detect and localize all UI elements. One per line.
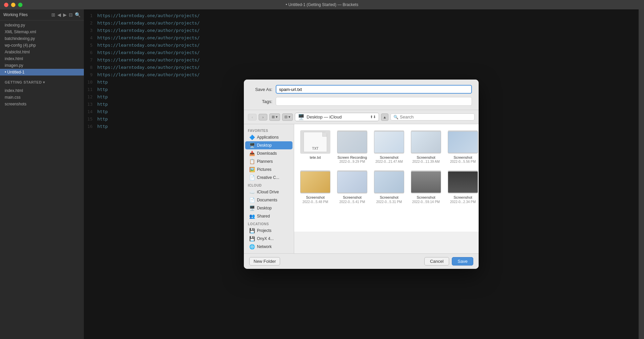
app-body: Working Files ⊞ ◀ ▶ ⊟ 🔍 indexing.py XML …: [0, 9, 644, 339]
locations-label: Locations: [244, 220, 294, 227]
dialog-toolbar: ‹ › ⊞ ▾ ⊟ ▾ 🖥️ Desktop — iCloud ⬆⬇: [244, 110, 479, 124]
working-files-label: Working Files: [3, 12, 49, 17]
file-thumb-screenshot-1[interactable]: Screenshot 2022-0...21.47 AM: [372, 128, 406, 165]
file-thumb-img: [374, 130, 404, 154]
file-thumb-date: 2022-0...59.14 PM: [412, 200, 440, 204]
file-item[interactable]: XML Sitemap.xml: [0, 29, 84, 35]
shared-label: Shared: [257, 214, 270, 219]
new-folder-button[interactable]: New Folder: [249, 257, 280, 265]
file-item[interactable]: main.css: [0, 94, 84, 101]
file-thumb-screenshot-7[interactable]: Screenshot 2022-0...59.14 PM: [409, 168, 443, 205]
file-thumb-img: [337, 130, 367, 154]
file-thumb-screenshot-4[interactable]: Screenshot 2022-0...5.48 PM: [298, 168, 332, 205]
arrangement-chevron: ▾: [288, 115, 290, 119]
file-item[interactable]: imagen.py: [0, 62, 84, 69]
panel-icon-forward[interactable]: ▶: [63, 12, 67, 17]
file-item[interactable]: wp-config (4).php: [0, 42, 84, 49]
file-thumb-tete[interactable]: TXT tete.txt: [298, 128, 332, 165]
planners-icon: 📋: [249, 159, 255, 164]
panel-icon-split[interactable]: ⊟: [69, 12, 73, 17]
file-thumb-date: 2022-0...5.56 PM: [450, 160, 476, 163]
arrangement-view-button[interactable]: ⊟ ▾: [282, 113, 293, 121]
panel-icon-back[interactable]: ◀: [57, 12, 61, 17]
location-dropdown[interactable]: 🖥️ Desktop — iCloud ⬆⬇: [295, 113, 379, 121]
icon-view-icon: ⊞: [272, 115, 275, 119]
save-button[interactable]: Save: [452, 257, 473, 265]
file-thumb-date: 2022-0...5.31 PM: [376, 200, 402, 204]
file-thumb-img: [411, 170, 441, 194]
tags-input[interactable]: [276, 97, 472, 106]
sidebar-item-projects[interactable]: 💾 Projects: [245, 227, 292, 235]
file-item[interactable]: index.html: [0, 87, 84, 94]
save-as-input[interactable]: [276, 85, 472, 94]
file-thumb-date: 2022-0...2.34 PM: [450, 200, 476, 204]
file-item[interactable]: batchindexing.py: [0, 35, 84, 42]
sidebar-item-desktop[interactable]: 🖥️ Desktop: [245, 141, 292, 149]
panel-icon-search[interactable]: 🔍: [75, 12, 80, 17]
icon-view-chevron: ▾: [276, 115, 278, 119]
file-item-active[interactable]: • Untitled-1: [0, 69, 84, 76]
tags-row: Tags:: [251, 97, 472, 106]
file-thumb-img: TXT: [300, 130, 330, 154]
sidebar-item-desktop-icloud[interactable]: 🖥️ Desktop: [245, 204, 292, 212]
sidebar-item-onyx[interactable]: 💾 OnyX 4...: [245, 235, 292, 243]
sidebar-item-planners[interactable]: 📋 Planners: [245, 157, 292, 165]
file-thumb-date: 2022-0...21.47 AM: [375, 160, 403, 163]
search-input[interactable]: [400, 114, 472, 119]
file-thumb-img: [448, 130, 478, 154]
file-thumb-date: 2022-0...9.29 PM: [339, 160, 365, 163]
cancel-button[interactable]: Cancel: [424, 257, 449, 265]
file-thumb-img: [411, 130, 441, 154]
forward-button[interactable]: ›: [259, 114, 267, 120]
panel-icon-grid[interactable]: ⊞: [51, 12, 55, 17]
expand-button[interactable]: ▲: [381, 113, 388, 121]
minimize-button[interactable]: [11, 3, 15, 7]
sidebar-item-downloads[interactable]: 📥 Downloads: [245, 149, 292, 157]
maximize-button[interactable]: [18, 3, 22, 7]
close-button[interactable]: [4, 3, 8, 7]
file-thumb-name: Screenshot: [380, 155, 398, 160]
pictures-label: Pictures: [257, 167, 271, 172]
window-controls[interactable]: [4, 3, 22, 7]
file-thumb-date: 2022-0...5.48 PM: [303, 200, 328, 204]
back-button[interactable]: ‹: [248, 114, 257, 120]
file-thumb-screenshot-5[interactable]: Screenshot 2022-0...5.41 PM: [335, 168, 369, 205]
icon-view-button[interactable]: ⊞ ▾: [269, 113, 280, 121]
location-icon: 🖥️: [298, 114, 305, 120]
location-arrows: ⬆⬇: [370, 115, 376, 119]
file-thumb-screenshot-6[interactable]: Screenshot 2022-0...5.31 PM: [372, 168, 406, 205]
sidebar-item-shared[interactable]: 👥 Shared: [245, 212, 292, 220]
tags-label: Tags:: [251, 99, 272, 104]
file-thumb-name: Screenshot: [453, 195, 472, 200]
sidebar-item-applications[interactable]: 🔷 Applications: [245, 133, 292, 141]
location-text: Desktop — iCloud: [307, 114, 368, 119]
save-dialog: Save As: Tags: ‹ › ⊞ ▾: [244, 80, 479, 269]
file-thumb-screenshot-8[interactable]: Screenshot 2022-0...2.34 PM: [446, 168, 479, 205]
desktop-icloud-icon: 🖥️: [249, 205, 255, 211]
sidebar-item-icloud-drive[interactable]: ☁️ iCloud Drive: [245, 188, 292, 196]
file-thumb-name: Screenshot: [380, 195, 398, 200]
sidebar-item-pictures[interactable]: 🖼️ Pictures: [245, 165, 292, 174]
file-item[interactable]: indexing.py: [0, 22, 84, 29]
projects-label: Projects: [257, 228, 271, 233]
editor-area: 1https://learntoday.one/author/projects/…: [84, 9, 639, 339]
search-box: 🔍: [390, 113, 475, 120]
file-thumb-date: 2022-0...11.39 AM: [412, 160, 440, 163]
file-thumb-screenshot-2[interactable]: Screenshot 2022-0...11.39 AM: [409, 128, 443, 165]
applications-label: Applications: [257, 135, 279, 140]
file-item[interactable]: index.html: [0, 55, 84, 62]
network-icon: 🌐: [249, 244, 255, 249]
downloads-icon: 📥: [249, 151, 255, 156]
file-item[interactable]: Arabiclist.html: [0, 49, 84, 55]
applications-icon: 🔷: [249, 135, 255, 140]
sidebar-item-creative[interactable]: 📄 Creative C...: [245, 174, 292, 182]
file-thumb-screenshot-3[interactable]: Screenshot 2022-0...5.56 PM: [446, 128, 479, 165]
sidebar-item-documents[interactable]: 📄 Documents: [245, 196, 292, 204]
save-as-row: Save As:: [251, 85, 472, 94]
sidebar-item-network[interactable]: 🌐 Network: [245, 243, 292, 251]
search-icon: 🔍: [393, 115, 398, 119]
file-thumb-screen-recording[interactable]: Screen Recording 2022-0...9.29 PM: [335, 128, 369, 165]
file-item[interactable]: screenshots: [0, 101, 84, 107]
file-thumb-name: Screenshot: [453, 155, 472, 160]
desktop-icloud-label: Desktop: [257, 206, 272, 210]
